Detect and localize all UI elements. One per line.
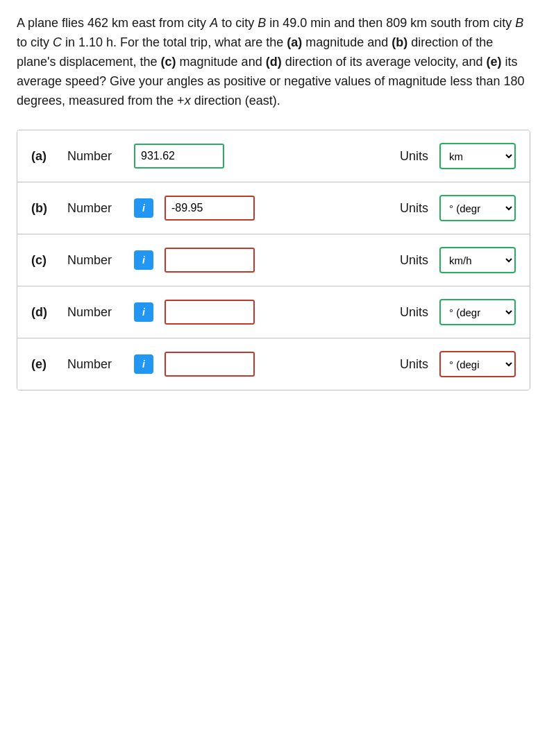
answer-rows: (a)NumberUnitskmmmi(b)NumberiUnits° (deg… <box>17 130 530 390</box>
answer-row-b: (b)NumberiUnits° (degrrad <box>17 182 530 234</box>
answer-row-a: (a)NumberUnitskmmmi <box>17 130 530 182</box>
number-label-2: Number <box>67 253 123 268</box>
number-label-0: Number <box>67 149 123 164</box>
number-input-4[interactable] <box>165 352 255 377</box>
answer-row-d: (d)NumberiUnits° (degrrad <box>17 286 530 338</box>
units-label-1: Units <box>400 201 428 216</box>
answer-row-c: (c)NumberiUnitskm/hm/smi/h <box>17 234 530 286</box>
part-label-1: (b) <box>31 201 56 216</box>
number-label-4: Number <box>67 357 123 372</box>
problem-statement: A plane flies 462 km east from city A to… <box>17 14 530 110</box>
units-select-0[interactable]: kmmmi <box>439 143 516 169</box>
part-label-0: (a) <box>31 149 56 164</box>
info-button-1[interactable]: i <box>134 198 153 218</box>
number-label-1: Number <box>67 201 123 216</box>
number-input-1[interactable] <box>165 196 255 221</box>
part-label-2: (c) <box>31 253 56 268</box>
units-select-2[interactable]: km/hm/smi/h <box>439 247 516 273</box>
units-select-3[interactable]: ° (degrrad <box>439 299 516 325</box>
part-label-3: (d) <box>31 305 56 320</box>
info-button-2[interactable]: i <box>134 250 153 270</box>
info-button-4[interactable]: i <box>134 354 153 374</box>
units-label-0: Units <box>400 149 428 164</box>
part-label-4: (e) <box>31 357 56 372</box>
number-input-3[interactable] <box>165 300 255 325</box>
units-label-2: Units <box>400 253 428 268</box>
units-select-4[interactable]: ° (degi° (degrrad <box>439 351 516 377</box>
units-label-4: Units <box>400 357 428 372</box>
number-label-3: Number <box>67 305 123 320</box>
units-select-1[interactable]: ° (degrrad <box>439 195 516 221</box>
number-input-0[interactable] <box>134 144 224 169</box>
units-label-3: Units <box>400 305 428 320</box>
number-input-2[interactable] <box>165 248 255 273</box>
info-button-3[interactable]: i <box>134 302 153 322</box>
answer-row-e: (e)NumberiUnits° (degi° (degrrad <box>17 338 530 390</box>
